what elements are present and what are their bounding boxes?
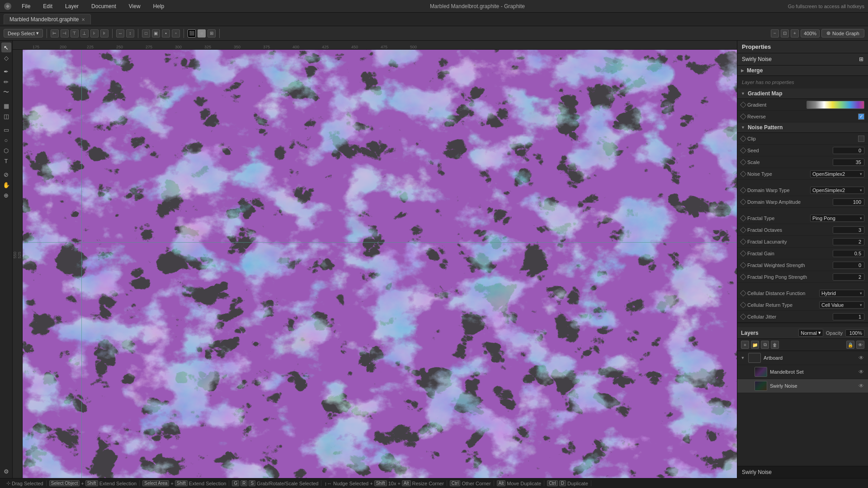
zoom-level-display[interactable]: 400%	[801, 29, 820, 38]
menu-file[interactable]: File	[19, 2, 33, 10]
fractal-ping-pong-value[interactable]: 2	[833, 273, 864, 281]
bool-sub-button[interactable]: ▣	[152, 29, 160, 38]
align-center-h-button[interactable]: ⊣	[61, 29, 69, 38]
flip-h-button[interactable]: ↔	[116, 29, 124, 38]
fractal-octaves-keyframe[interactable]	[740, 226, 746, 233]
domain-warp-type-dropdown[interactable]: OpenSimplex2 ▾	[810, 187, 864, 194]
tool-polygon[interactable]: ⬡	[1, 145, 11, 155]
canvas-viewport[interactable]	[23, 50, 737, 478]
fractal-weighted-strength-value[interactable]: 0	[833, 262, 864, 269]
fractal-lacunarity-keyframe[interactable]	[740, 238, 746, 244]
cellular-return-dropdown[interactable]: Cell Value ▾	[819, 301, 864, 309]
layer-item-mandelbrot[interactable]: Mandelbrot Set 👁	[737, 365, 868, 379]
reverse-keyframe[interactable]	[740, 113, 746, 119]
align-left-button[interactable]: ⊢	[51, 29, 59, 38]
tool-pen[interactable]: ✒	[1, 66, 11, 76]
tab-close-button[interactable]: ✕	[81, 17, 85, 22]
cellular-jitter-value[interactable]: 1	[833, 313, 864, 320]
tool-spline[interactable]: 〜	[1, 87, 11, 97]
expand-icon[interactable]: ⊞	[859, 56, 863, 62]
blend-mode-dropdown[interactable]: Normal ▾	[798, 329, 823, 337]
tool-node-select[interactable]: ◇	[1, 53, 11, 63]
gradient-display[interactable]	[807, 101, 865, 109]
cellular-distance-keyframe[interactable]	[740, 290, 746, 296]
clip-checkbox[interactable]	[858, 136, 864, 142]
swirly-visibility-icon[interactable]: 👁	[857, 382, 865, 390]
align-bottom-button[interactable]: ⊧	[100, 29, 108, 38]
bool-union-button[interactable]: □	[142, 29, 150, 38]
stroke-color-button[interactable]: ⬛	[188, 29, 196, 38]
bool-diff-button[interactable]: ▫	[172, 29, 180, 38]
menu-view[interactable]: View	[126, 2, 143, 10]
merge-section-header[interactable]: ▶ Merge	[737, 66, 868, 76]
opacity-value[interactable]: 100%	[845, 329, 864, 337]
menu-edit[interactable]: Edit	[40, 2, 55, 10]
domain-warp-amplitude-value[interactable]: 100	[833, 198, 864, 206]
fractal-ping-pong-keyframe[interactable]	[740, 273, 746, 280]
gradient-keyframe[interactable]	[740, 101, 746, 108]
tool-hand[interactable]: ✋	[1, 180, 11, 190]
tool-fill[interactable]: ▦	[1, 101, 11, 111]
domain-warp-amplitude-keyframe[interactable]	[740, 198, 746, 205]
add-layer-button[interactable]: +	[741, 341, 749, 349]
scale-keyframe[interactable]	[740, 159, 746, 165]
scale-value[interactable]: 35	[833, 159, 864, 166]
flip-v-button[interactable]: ↕	[126, 29, 134, 38]
cellular-return-keyframe[interactable]	[740, 301, 746, 308]
fractal-octaves-value[interactable]: 3	[833, 226, 864, 234]
cellular-distance-dropdown[interactable]: Hybrid ▾	[819, 290, 864, 297]
lock-layer-button[interactable]: 🔒	[846, 341, 854, 349]
menu-layer[interactable]: Layer	[62, 2, 81, 10]
fractal-type-dropdown[interactable]: Ping Pong ▾	[810, 215, 864, 222]
visibility-layer-button[interactable]: 👁	[856, 341, 864, 349]
cellular-jitter-keyframe[interactable]	[740, 313, 746, 319]
reverse-checkbox[interactable]	[858, 113, 864, 120]
artboard-expand-icon[interactable]: ▼	[740, 355, 745, 361]
tool-zoom-canvas[interactable]: ⊕	[1, 190, 11, 200]
noise-pattern-section-header[interactable]: ▼ Noise Pattern	[737, 122, 868, 133]
align-right-button[interactable]: ⊤	[71, 29, 79, 38]
tool-select[interactable]: ↖	[1, 42, 11, 52]
align-middle-v-button[interactable]: ⊦	[90, 29, 99, 38]
tool-eyedropper[interactable]: ⊘	[1, 169, 11, 179]
domain-warp-type-keyframe[interactable]	[740, 187, 746, 193]
layer-item-swirly[interactable]: Swirly Noise 👁	[737, 379, 868, 393]
fractal-type-keyframe[interactable]	[740, 215, 746, 221]
tool-freehand[interactable]: ✏	[1, 77, 11, 87]
add-folder-button[interactable]: 📁	[751, 341, 759, 349]
fractal-lacunarity-value[interactable]: 2	[833, 238, 864, 245]
status-drag-selected: ⊹ Drag Selected	[4, 480, 47, 486]
select-mode-dropdown[interactable]: Deep Select ▾	[4, 29, 43, 38]
artboard-visibility-icon[interactable]: 👁	[857, 354, 865, 362]
noise-type-keyframe[interactable]	[740, 170, 746, 177]
noise-type-dropdown[interactable]: OpenSimplex2 ▾	[810, 170, 864, 178]
tool-rectangle[interactable]: ▭	[1, 125, 11, 135]
tool-settings[interactable]: ⚙	[1, 466, 11, 476]
align-top-button[interactable]: ⊥	[80, 29, 89, 38]
mandelbrot-visibility-icon[interactable]: 👁	[857, 368, 865, 376]
tool-text[interactable]: T	[1, 156, 11, 166]
delete-layer-button[interactable]: 🗑	[771, 341, 779, 349]
clip-keyframe[interactable]	[740, 135, 746, 141]
gradient-map-section-header[interactable]: ▼ Gradient Map	[737, 89, 868, 99]
tool-gradient[interactable]: ◫	[1, 111, 11, 121]
bool-inter-button[interactable]: ▪	[162, 29, 170, 38]
document-tab[interactable]: Marbled Mandelbrot.graphite ✕	[4, 14, 91, 24]
zoom-in-button[interactable]: +	[791, 29, 799, 38]
menu-document[interactable]: Document	[89, 2, 119, 10]
tool-ellipse[interactable]: ○	[1, 135, 11, 145]
seed-value[interactable]: 0	[833, 147, 864, 154]
statusbar: ⊹ Drag Selected Select Object + Shift Ex…	[0, 478, 868, 488]
seed-keyframe[interactable]	[740, 147, 746, 153]
fill-color-button[interactable]: ○	[198, 29, 206, 38]
duplicate-layer-button[interactable]: ⧉	[761, 341, 769, 349]
zoom-out-button[interactable]: −	[771, 29, 779, 38]
node-graph-button[interactable]: ⊛ Node Graph	[821, 29, 864, 38]
menu-help[interactable]: Help	[151, 2, 167, 10]
fractal-weighted-strength-keyframe[interactable]	[740, 262, 746, 268]
fractal-gain-value[interactable]: 0.5	[833, 250, 864, 257]
fractal-gain-keyframe[interactable]	[740, 250, 746, 256]
color-grid-button[interactable]: ⊞	[208, 29, 216, 38]
zoom-fit-button[interactable]: ⊡	[781, 29, 789, 38]
layer-item-artboard[interactable]: ▼ Artboard 👁	[737, 351, 868, 365]
